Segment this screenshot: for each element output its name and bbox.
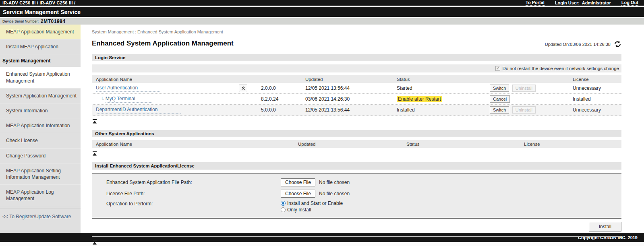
radio-install-and-start[interactable]: Install and Start or Enable: [281, 201, 621, 206]
main-content: System Management : Enhanced System Appl…: [81, 25, 644, 233]
col-updated: Updated: [298, 142, 406, 147]
license-cell: Unnecessary: [573, 107, 621, 113]
sidebar-item-system-application-management[interactable]: System Application Management: [0, 89, 81, 103]
install-section-header: Install Enhanced System Application/Lice…: [92, 162, 621, 170]
status-cell: Started: [397, 85, 490, 91]
enhanced-app-file-path-row: Enhanced System Application File Path: C…: [92, 177, 621, 188]
col-updated: Updated: [305, 77, 397, 82]
license-file-path-row: License File Path: Choose File No file c…: [92, 188, 621, 199]
login-user-value: Administrator: [582, 0, 611, 5]
choose-file-button[interactable]: Choose File: [281, 190, 315, 198]
refresh-icon[interactable]: [614, 41, 621, 48]
other-apps-table-header: Application Name Updated Status License: [92, 140, 621, 148]
radio-selected-icon[interactable]: [281, 201, 286, 206]
switch-button[interactable]: Switch: [490, 85, 509, 92]
operation-row: Operation to Perform: Install and Start …: [92, 199, 621, 214]
content-end-rule: [92, 236, 621, 237]
login-service-table: Application Name Updated Status License …: [92, 75, 621, 116]
login-user-label: Login User: Administrator: [555, 0, 611, 5]
logout-link[interactable]: Log Out: [621, 0, 638, 6]
sidebar-item-meap-application-information[interactable]: MEAP Application Information: [0, 118, 81, 133]
serial-label: Device Serial Number:: [2, 19, 39, 23]
radio-only-install[interactable]: Only Install: [281, 207, 621, 213]
status-cell-highlighted: Enable after Restart: [397, 96, 442, 102]
table-row-departmentid-authentication: DepartmentID Authentication 5.0.0.0 12/0…: [92, 105, 621, 116]
app-title-bar: Service Management Service: [0, 7, 644, 17]
sidebar-header-system-management: System Management: [0, 54, 81, 67]
install-form: Enhanced System Application File Path: C…: [92, 173, 621, 219]
sidebar-item-change-password[interactable]: Change Password: [0, 149, 81, 163]
col-application-name: Application Name: [92, 142, 298, 147]
do-not-restart-label: Do not restart the device even if networ…: [502, 66, 619, 71]
tree-branch-icon: └: [101, 97, 104, 101]
myq-terminal-link[interactable]: MyQ Terminal: [106, 96, 151, 103]
device-title-bar: iR-ADV C256 III / iR-ADV C256 III / To P…: [0, 0, 644, 6]
switch-button[interactable]: Switch: [490, 106, 509, 114]
table-row-user-authentication: User Authentication 2.0.0.0 12/05 2021 1…: [92, 83, 621, 94]
user-authentication-link[interactable]: User Authentication: [96, 85, 161, 92]
cancel-button[interactable]: Cancel: [490, 95, 510, 103]
login-table-header: Application Name Updated Status License: [92, 75, 621, 83]
col-license: License: [573, 77, 621, 82]
install-button[interactable]: Install: [589, 222, 621, 232]
table-row-myq-terminal: └ MyQ Terminal 8.2.0.24 03/06 2021 14:26…: [92, 94, 621, 105]
col-license: License: [524, 142, 621, 147]
license-file-path-label: License File Path:: [92, 191, 281, 196]
login-service-section-header: Login Service: [92, 54, 621, 61]
sidebar-item-check-license[interactable]: Check License: [0, 133, 81, 148]
other-apps-section-header: Other System Applications: [92, 130, 621, 137]
col-status: Status: [397, 77, 490, 82]
updated-cell: 12/05 2021 13:56:44: [305, 85, 397, 91]
col-status: Status: [406, 142, 524, 147]
to-portal-link[interactable]: To Portal: [526, 0, 545, 6]
choose-file-button[interactable]: Choose File: [281, 178, 315, 186]
serial-value: 2MT01984: [41, 19, 65, 24]
do-not-restart-checkbox[interactable]: ✓: [495, 66, 500, 71]
radio-unselected-icon[interactable]: [281, 207, 286, 212]
uninstall-button: Uninstall: [512, 85, 536, 92]
sidebar-item-install-meap-application[interactable]: Install MEAP Application: [0, 39, 81, 54]
file-chosen-text: No file chosen: [319, 191, 350, 196]
app-title: Service Management Service: [3, 9, 81, 15]
operation-label: Operation to Perform:: [92, 199, 281, 207]
to-register-update-software-link[interactable]: << To Register/Update Software: [0, 209, 81, 224]
scroll-top-icon[interactable]: [92, 118, 97, 125]
version-cell: 2.0.0.0: [261, 85, 305, 91]
license-cell: Unnecessary: [573, 85, 621, 91]
sidebar-item-meap-application-setting-information-management[interactable]: MEAP Application Setting Information Man…: [0, 163, 81, 185]
license-cell: Installed: [573, 96, 621, 102]
sidebar-item-meap-application-log-management[interactable]: MEAP Application Log Management: [0, 185, 81, 206]
breadcrumb: System Management : Enhanced System Appl…: [92, 29, 621, 34]
updated-cell: 12/05 2021 13:56:44: [305, 107, 397, 113]
scroll-top-icon[interactable]: [92, 150, 97, 157]
sidebar-item-meap-application-management[interactable]: MEAP Application Management: [0, 25, 81, 39]
collapse-icon[interactable]: [239, 85, 247, 92]
page: iR-ADV C256 III / iR-ADV C256 III / To P…: [0, 0, 644, 246]
sidebar: MEAP Application Management Install MEAP…: [0, 25, 81, 233]
other-apps-table: Application Name Updated Status License: [92, 140, 621, 148]
status-cell: Installed: [397, 107, 490, 113]
page-title: Enhanced System Application Management: [92, 39, 234, 48]
uninstall-button: Uninstall: [512, 106, 536, 114]
col-application-name: Application Name: [92, 77, 261, 82]
departmentid-authentication-link[interactable]: DepartmentID Authentication: [96, 107, 181, 114]
version-cell: 8.2.0.24: [261, 96, 305, 102]
updated-cell: 03/06 2021 14:26:30: [305, 96, 397, 102]
device-title: iR-ADV C256 III / iR-ADV C256 III /: [2, 0, 75, 5]
scroll-top-icon[interactable]: [92, 239, 97, 246]
serial-band: Device Serial Number: 2MT01984: [0, 17, 644, 25]
enhanced-app-file-path-label: Enhanced System Application File Path:: [92, 180, 281, 185]
updated-on-text: Updated On:03/06 2021 14:26:38: [545, 42, 611, 47]
restart-option-band: ✓ Do not restart the device even if netw…: [92, 64, 621, 72]
sidebar-item-enhanced-system-application-management[interactable]: Enhanced System Application Management: [0, 67, 81, 88]
file-chosen-text: No file chosen: [319, 180, 350, 185]
sidebar-item-system-information[interactable]: System Information: [0, 103, 81, 118]
version-cell: 5.0.0.0: [261, 107, 305, 113]
